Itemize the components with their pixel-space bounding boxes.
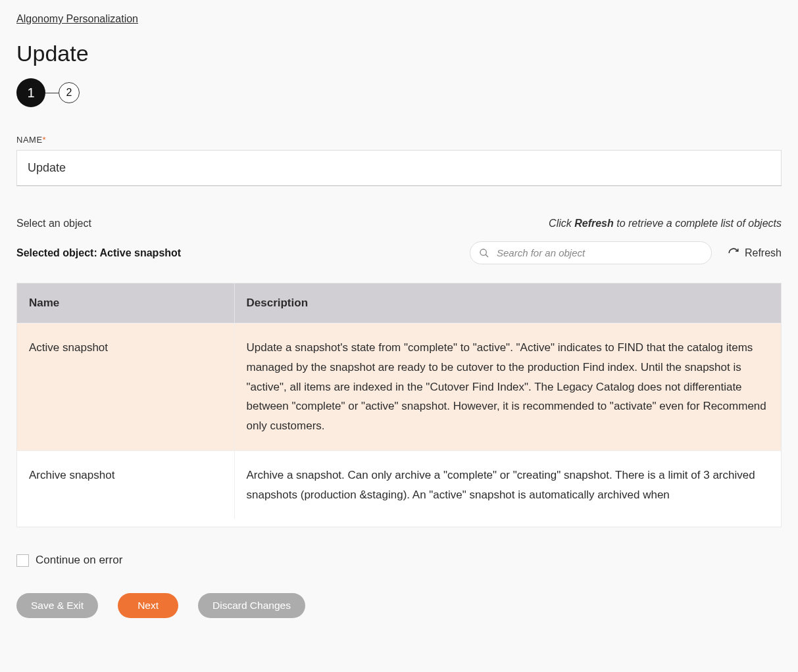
svg-point-0 bbox=[480, 249, 486, 255]
breadcrumb[interactable]: Algonomy Personalization bbox=[16, 13, 138, 24]
step-1[interactable]: 1 bbox=[16, 78, 45, 107]
svg-line-1 bbox=[486, 254, 488, 257]
search-wrap bbox=[470, 241, 712, 264]
hint-strong: Refresh bbox=[574, 218, 614, 229]
stepper: 1 2 bbox=[16, 78, 782, 107]
name-field: NAME* bbox=[16, 135, 782, 186]
discard-changes-button[interactable]: Discard Changes bbox=[198, 593, 305, 618]
refresh-icon bbox=[728, 247, 739, 259]
name-label-text: NAME bbox=[16, 135, 43, 145]
name-label: NAME* bbox=[16, 135, 782, 145]
refresh-hint: Click Refresh to retrieve a complete lis… bbox=[549, 218, 782, 229]
selected-value: Active snapshot bbox=[100, 247, 182, 258]
continue-on-error-checkbox[interactable] bbox=[16, 554, 29, 567]
hint-prefix: Click bbox=[549, 218, 574, 229]
cell-description: Update a snapshot's state from "complete… bbox=[234, 324, 781, 451]
search-input[interactable] bbox=[470, 241, 712, 264]
select-object-label: Select an object bbox=[16, 218, 91, 229]
next-button[interactable]: Next bbox=[118, 593, 178, 618]
table-row[interactable]: Archive snapshotArchive a snapshot. Can … bbox=[17, 450, 781, 519]
selected-object: Selected object: Active snapshot bbox=[16, 247, 181, 259]
objects-table: Name Description Active snapshotUpdate a… bbox=[16, 283, 782, 527]
search-icon bbox=[479, 248, 489, 258]
cell-description: Archive a snapshot. Can only archive a "… bbox=[234, 450, 781, 519]
selected-prefix: Selected object: bbox=[16, 247, 100, 258]
cell-name: Active snapshot bbox=[17, 324, 234, 451]
hint-suffix: to retrieve a complete list of objects bbox=[614, 218, 782, 229]
save-exit-button[interactable]: Save & Exit bbox=[16, 593, 98, 618]
table-row[interactable]: Active snapshotUpdate a snapshot's state… bbox=[17, 324, 781, 451]
column-header-description[interactable]: Description bbox=[234, 283, 781, 324]
refresh-button[interactable]: Refresh bbox=[728, 247, 782, 259]
required-asterisk: * bbox=[43, 135, 47, 145]
step-2[interactable]: 2 bbox=[59, 82, 80, 103]
continue-on-error-label: Continue on error bbox=[36, 554, 122, 567]
refresh-label: Refresh bbox=[745, 247, 782, 259]
name-input[interactable] bbox=[16, 150, 782, 186]
table-scroll[interactable]: Name Description Active snapshotUpdate a… bbox=[17, 283, 781, 527]
step-connector bbox=[45, 93, 59, 93]
cell-name: Archive snapshot bbox=[17, 450, 234, 519]
page-title: Update bbox=[16, 41, 782, 66]
column-header-name[interactable]: Name bbox=[17, 283, 234, 324]
